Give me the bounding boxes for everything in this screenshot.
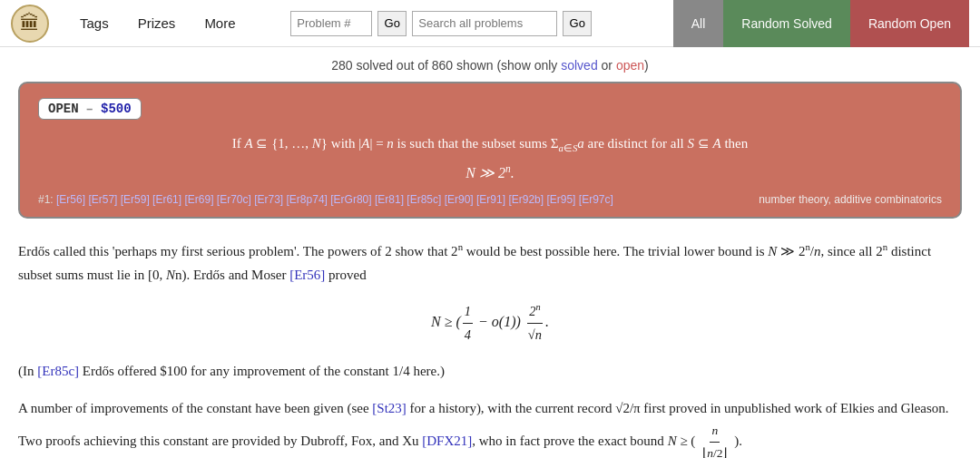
nav-tags[interactable]: Tags — [65, 0, 123, 47]
ref-st23[interactable]: [St23] — [372, 401, 407, 415]
desc-para1: Erdős called this 'perhaps my first seri… — [18, 239, 962, 287]
ref-er90[interactable]: [Er90] — [445, 193, 474, 206]
problem-number-input[interactable] — [290, 11, 372, 36]
problem-tags: number theory, additive combinatorics — [759, 193, 942, 206]
nav-prizes[interactable]: Prizes — [123, 0, 191, 47]
ref-er56[interactable]: [Er56] — [56, 193, 85, 206]
problem-go-button[interactable]: Go — [377, 11, 407, 36]
ref-number: #1: — [38, 193, 56, 206]
close-paren: ) — [644, 58, 649, 73]
ref-er81[interactable]: [Er81] — [375, 193, 404, 206]
or-text: or — [598, 58, 616, 73]
desc-para3: A number of improvements of the constant… — [18, 396, 962, 458]
ref-er91[interactable]: [Er91] — [476, 193, 505, 206]
search-input[interactable] — [412, 11, 557, 36]
ref-dfx21[interactable]: [DFX21] — [422, 433, 472, 447]
ref-ergr80[interactable]: [ErGr80] — [330, 193, 371, 206]
ref-er69[interactable]: [Er69] — [184, 193, 213, 206]
logo-area[interactable]: 🏛 — [11, 5, 49, 43]
header: 🏛 Tags Prizes More Go Go All Random Solv… — [0, 0, 980, 47]
problem-statement: If A ⊆ {1, …, N} with |A| = n is such th… — [38, 132, 942, 156]
problem-footer: #1: [Er56] [Er57] [Er59] [Er61] [Er69] [… — [38, 193, 942, 206]
ref-er73[interactable]: [Er73] — [254, 193, 283, 206]
ref-er56-desc[interactable]: [Er56] — [289, 268, 325, 282]
description: Erdős called this 'perhaps my first seri… — [18, 239, 962, 458]
problem-badge: OPEN – $500 — [38, 98, 142, 120]
open-link[interactable]: open — [616, 58, 644, 73]
problem-references: #1: [Er56] [Er57] [Er59] [Er61] [Er69] [… — [38, 193, 613, 206]
badge-separator: – — [86, 102, 93, 116]
ref-er97c[interactable]: [Er97c] — [579, 193, 613, 206]
ref-er92b[interactable]: [Er92b] — [508, 193, 544, 206]
ref-er70c[interactable]: [Er70c] — [217, 193, 251, 206]
main-content: OPEN – $500 If A ⊆ {1, …, N} with |A| = … — [0, 82, 980, 458]
desc-math1: N ≥ (14 − o(1)) 2n√n. — [18, 299, 962, 346]
ref-er95[interactable]: [Er95] — [546, 193, 575, 206]
logo-icon[interactable]: 🏛 — [11, 5, 49, 43]
filter-buttons: All Random Solved Random Open — [673, 0, 969, 47]
ref-er59[interactable]: [Er59] — [121, 193, 150, 206]
random-open-button[interactable]: Random Open — [850, 0, 969, 47]
ref-er57[interactable]: [Er57] — [88, 193, 117, 206]
badge-open-label: OPEN — [48, 102, 79, 116]
badge-prize-amount: $500 — [101, 102, 132, 116]
stats-bar: 280 solved out of 860 shown (show only s… — [0, 47, 980, 82]
ref-er85c-desc[interactable]: [Er85c] — [37, 364, 79, 378]
ref-er8p74[interactable]: [Er8p74] — [287, 193, 328, 206]
search-area: Go Go — [290, 11, 592, 36]
desc-para2: (In [Er85c] Erdős offered $100 for any i… — [18, 359, 962, 383]
ref-er61[interactable]: [Er61] — [152, 193, 181, 206]
problem-display-math: N ≫ 2n. — [38, 163, 942, 181]
stats-text: 280 solved out of 860 shown (show only — [331, 58, 561, 73]
search-go-button[interactable]: Go — [563, 11, 592, 36]
problem-card: OPEN – $500 If A ⊆ {1, …, N} with |A| = … — [18, 82, 962, 219]
ref-er85c[interactable]: [Er85c] — [407, 193, 441, 206]
all-button[interactable]: All — [673, 0, 724, 47]
nav-more[interactable]: More — [190, 0, 250, 47]
random-solved-button[interactable]: Random Solved — [723, 0, 850, 47]
solved-link[interactable]: solved — [561, 58, 597, 73]
